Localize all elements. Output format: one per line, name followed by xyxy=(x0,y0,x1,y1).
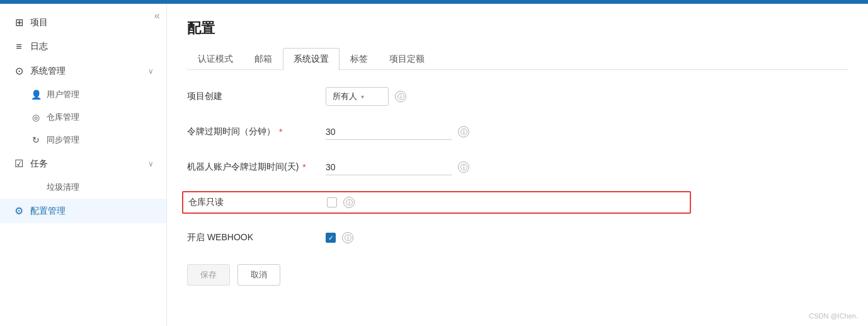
sidebar-label-logs: 日志 xyxy=(30,41,48,52)
btn-row: 保存 取消 xyxy=(187,264,691,286)
sidebar-label-sync-management: 同步管理 xyxy=(47,134,79,146)
control-webhook: ✓ ⓘ xyxy=(326,232,691,243)
projects-icon: ⊞ xyxy=(13,16,25,28)
tab-system-settings[interactable]: 系统设置 xyxy=(283,48,340,70)
info-icon-webhook[interactable]: ⓘ xyxy=(342,232,353,243)
tasks-icon: ☑ xyxy=(13,158,25,170)
control-token-expiry: ⓘ xyxy=(326,124,691,140)
main-content: 配置 认证模式 邮箱 系统设置 标签 项目定额 项目创建 xyxy=(167,4,868,326)
control-warehouse-readonly: ⓘ xyxy=(327,197,685,208)
sidebar-item-config-management[interactable]: ⚙ 配置管理 xyxy=(0,199,166,223)
config-management-icon: ⚙ xyxy=(13,205,25,217)
info-icon-warehouse-readonly[interactable]: ⓘ xyxy=(343,197,355,208)
checkbox-wrapper-warehouse-readonly xyxy=(327,197,337,207)
tasks-arrow: ∨ xyxy=(148,160,154,168)
checkbox-webhook[interactable]: ✓ xyxy=(326,233,336,243)
sidebar-item-logs[interactable]: ≡ 日志 xyxy=(0,35,166,59)
label-warehouse-readonly: 仓库只读 xyxy=(188,197,327,208)
label-robot-token-expiry: 机器人账户令牌过期时间(天) * xyxy=(187,161,326,173)
required-token-expiry: * xyxy=(279,127,282,137)
sidebar-item-user-management[interactable]: 👤 用户管理 xyxy=(0,83,166,106)
cancel-button[interactable]: 取消 xyxy=(237,264,280,286)
system-management-icon: ⊙ xyxy=(13,65,25,77)
sidebar-item-sync-management[interactable]: ↻ 同步管理 xyxy=(0,129,166,151)
info-icon-project-creation[interactable]: ⓘ xyxy=(395,91,406,102)
control-robot-token-expiry: ⓘ xyxy=(326,160,691,175)
sidebar-item-projects[interactable]: ⊞ 项目 xyxy=(0,10,166,35)
form-row-project-creation: 项目创建 所有人 ▾ ⓘ xyxy=(187,85,691,108)
info-icon-robot-token-expiry[interactable]: ⓘ xyxy=(458,161,469,173)
tab-mailbox[interactable]: 邮箱 xyxy=(244,48,283,70)
sidebar-label-config-management: 配置管理 xyxy=(30,206,66,217)
form-row-warehouse-readonly: 仓库只读 ⓘ xyxy=(182,191,691,214)
required-robot-token-expiry: * xyxy=(302,162,306,172)
system-management-arrow: ∨ xyxy=(148,67,154,76)
user-management-icon: 👤 xyxy=(30,90,42,100)
warehouse-management-icon: ◎ xyxy=(30,112,42,122)
save-button[interactable]: 保存 xyxy=(187,264,230,286)
checkbox-wrapper-webhook: ✓ xyxy=(326,233,336,243)
select-arrow-icon: ▾ xyxy=(361,93,364,100)
sidebar-label-warehouse-management: 仓库管理 xyxy=(47,112,79,123)
tab-auth-mode[interactable]: 认证模式 xyxy=(187,48,244,70)
label-webhook: 开启 WEBHOOK xyxy=(187,232,326,243)
checkbox-warehouse-readonly[interactable] xyxy=(327,197,337,207)
sync-management-icon: ↻ xyxy=(30,135,42,145)
info-icon-token-expiry[interactable]: ⓘ xyxy=(458,126,469,137)
sidebar: « ⊞ 项目 ≡ 日志 ⊙ 系统管理 ∨ 👤 用户管理 ◎ 仓库管理 xyxy=(0,4,167,326)
sidebar-label-tasks: 任务 xyxy=(30,158,48,170)
sidebar-item-garbage-cleanup[interactable]: 垃圾清理 xyxy=(0,176,166,199)
page-title: 配置 xyxy=(187,19,848,38)
sidebar-collapse-button[interactable]: « xyxy=(154,10,160,21)
form-row-webhook: 开启 WEBHOOK ✓ ⓘ xyxy=(187,226,691,249)
select-project-creation[interactable]: 所有人 ▾ xyxy=(326,87,389,106)
tab-tags[interactable]: 标签 xyxy=(340,48,379,70)
logs-icon: ≡ xyxy=(13,41,25,52)
label-project-creation: 项目创建 xyxy=(187,91,326,102)
sidebar-item-warehouse-management[interactable]: ◎ 仓库管理 xyxy=(0,106,166,129)
sidebar-item-tasks[interactable]: ☑ 任务 ∨ xyxy=(0,151,166,176)
watermark: CSDN @IChen. xyxy=(809,312,858,320)
tabs: 认证模式 邮箱 系统设置 标签 项目定额 xyxy=(187,48,848,70)
form-row-robot-token-expiry: 机器人账户令牌过期时间(天) * ⓘ xyxy=(187,156,691,178)
sidebar-label-garbage-cleanup: 垃圾清理 xyxy=(47,182,79,193)
label-token-expiry: 令牌过期时间（分钟） * xyxy=(187,126,326,137)
control-project-creation: 所有人 ▾ ⓘ xyxy=(326,87,691,106)
tab-project-quota[interactable]: 项目定额 xyxy=(379,48,435,70)
sidebar-item-system-management[interactable]: ⊙ 系统管理 ∨ xyxy=(0,59,166,83)
input-token-expiry[interactable] xyxy=(326,124,452,140)
sidebar-label-projects: 项目 xyxy=(30,17,48,28)
form-row-token-expiry: 令牌过期时间（分钟） * ⓘ xyxy=(187,120,691,143)
sidebar-label-system-management: 系统管理 xyxy=(30,66,66,77)
sidebar-label-user-management: 用户管理 xyxy=(47,89,79,100)
app-layout: « ⊞ 项目 ≡ 日志 ⊙ 系统管理 ∨ 👤 用户管理 ◎ 仓库管理 xyxy=(0,4,868,326)
form-section: 项目创建 所有人 ▾ ⓘ 令牌过期时间（分钟） * ⓘ xyxy=(187,85,691,286)
input-robot-token-expiry[interactable] xyxy=(326,160,452,175)
